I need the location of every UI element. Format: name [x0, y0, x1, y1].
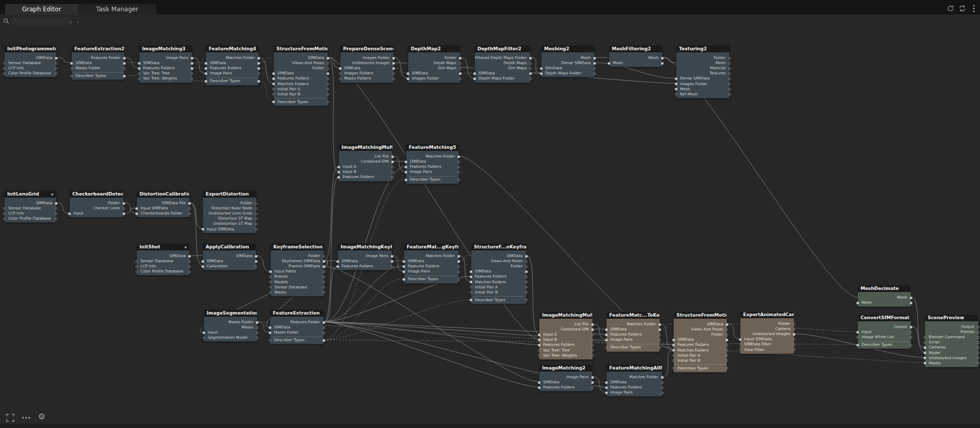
port-input-dot[interactable] — [473, 77, 476, 80]
port-output-dot[interactable] — [123, 62, 126, 65]
port-input-dot[interactable] — [605, 346, 608, 349]
port-input-dot[interactable] — [337, 176, 340, 179]
port-output-dot[interactable] — [327, 88, 329, 90]
port-input-dot[interactable] — [856, 331, 859, 334]
port-output-dot[interactable] — [255, 207, 257, 210]
node-InitPhotogrammetry[interactable]: InitPhotogrammetrySfMDataSensor Database… — [4, 45, 56, 77]
port-output-dot[interactable] — [256, 326, 258, 329]
node-header[interactable]: DepthMap2 — [408, 46, 460, 52]
port-input-dot[interactable] — [336, 265, 339, 268]
port-output-dot[interactable] — [728, 57, 731, 60]
port-input-dot[interactable] — [403, 278, 405, 281]
port-output-dot[interactable] — [726, 349, 728, 352]
port-output-dot[interactable] — [661, 386, 664, 389]
port-input-dot[interactable] — [337, 171, 340, 173]
port-output-dot[interactable] — [256, 337, 258, 339]
port-output-dot[interactable] — [391, 260, 393, 263]
port-output-dot[interactable] — [327, 83, 329, 85]
port-output-dot[interactable] — [525, 276, 528, 278]
node-ImageMatchingMultiSfM[interactable]: ImageMatchingMultiSfMList FileCombined S… — [539, 312, 593, 360]
node-ImageMatching3[interactable]: ImageMatching3Image PairsSfMDataFeatures… — [139, 45, 192, 83]
port-output-dot[interactable] — [977, 357, 979, 359]
port-input-dot[interactable] — [605, 381, 608, 384]
port-input-dot[interactable] — [538, 344, 541, 346]
port-input-dot[interactable] — [135, 270, 138, 273]
port-output-dot[interactable] — [257, 62, 260, 65]
port-output-dot[interactable] — [327, 57, 329, 60]
port-output-dot[interactable] — [728, 72, 731, 75]
port-output-dot[interactable] — [591, 386, 594, 389]
port-output-dot[interactable] — [392, 72, 395, 75]
node-header[interactable]: ImageSegmentation — [204, 310, 257, 317]
port-output-dot[interactable] — [55, 218, 57, 220]
node-header[interactable]: FeatureMat...gKeyframes — [404, 244, 458, 250]
port-input-dot[interactable] — [924, 341, 926, 344]
port-output-dot[interactable] — [977, 362, 979, 364]
port-output-dot[interactable] — [658, 339, 661, 341]
port-output-dot[interactable] — [793, 348, 795, 351]
node-CheckerboardDetection[interactable]: CheckerboardDetectionFolderChecker Lines… — [69, 190, 124, 218]
port-output-dot[interactable] — [591, 339, 594, 341]
port-output-dot[interactable] — [256, 321, 258, 324]
port-input-dot[interactable] — [3, 207, 6, 210]
port-output-dot[interactable] — [457, 155, 460, 158]
port-input-dot[interactable] — [138, 72, 141, 75]
port-input-dot[interactable] — [339, 77, 342, 80]
port-input-dot[interactable] — [70, 75, 73, 77]
port-output-dot[interactable] — [726, 344, 728, 346]
port-output-dot[interactable] — [728, 62, 731, 65]
port-input-dot[interactable] — [269, 270, 272, 273]
port-output-dot[interactable] — [255, 255, 257, 258]
node-header[interactable]: CheckerboardDetection — [70, 191, 124, 198]
fit-view-icon[interactable] — [6, 414, 14, 422]
port-output-dot[interactable] — [910, 297, 912, 299]
port-input-dot[interactable] — [407, 77, 409, 80]
port-output-dot[interactable] — [910, 331, 912, 334]
port-output-dot[interactable] — [661, 376, 664, 379]
port-output-dot[interactable] — [391, 265, 393, 268]
port-output-dot[interactable] — [123, 212, 125, 215]
node-FeatureMat...gKeyframes[interactable]: FeatureMat...gKeyframesMatches FolderSfM… — [404, 243, 459, 284]
port-input-dot[interactable] — [605, 339, 608, 341]
node-ExportAnimatedCamera[interactable]: ExportAnimatedCameraFolderCameraUndistor… — [740, 311, 794, 354]
port-output-dot[interactable] — [323, 281, 325, 283]
port-output-dot[interactable] — [55, 207, 57, 210]
port-output-dot[interactable] — [55, 72, 57, 75]
port-output-dot[interactable] — [55, 62, 57, 65]
port-output-dot[interactable] — [661, 381, 664, 384]
port-input-dot[interactable] — [205, 67, 207, 70]
port-input-dot[interactable] — [605, 334, 608, 336]
port-output-dot[interactable] — [327, 67, 329, 70]
node-header[interactable]: ApplyCalibration — [203, 244, 256, 250]
port-input-dot[interactable] — [675, 77, 677, 80]
port-output-dot[interactable] — [257, 57, 260, 60]
port-output-dot[interactable] — [55, 57, 57, 60]
port-output-dot[interactable] — [910, 326, 912, 328]
port-output-dot[interactable] — [255, 212, 257, 215]
port-output-dot[interactable] — [188, 212, 191, 215]
node-header[interactable]: ImageMatchingMultiSfM — [539, 312, 592, 319]
port-input-dot[interactable] — [70, 67, 73, 70]
port-output-dot[interactable] — [793, 343, 795, 346]
port-input-dot[interactable] — [605, 386, 608, 389]
port-input-dot[interactable] — [405, 166, 407, 168]
port-input-dot[interactable] — [202, 260, 204, 263]
port-output-dot[interactable] — [525, 270, 528, 273]
port-output-dot[interactable] — [591, 376, 594, 379]
port-input-dot[interactable] — [470, 270, 472, 273]
node-header[interactable]: DistortionCalibration — [137, 191, 189, 198]
port-output-dot[interactable] — [55, 212, 57, 215]
port-input-dot[interactable] — [135, 207, 138, 210]
port-output-dot[interactable] — [323, 265, 325, 268]
port-input-dot[interactable] — [272, 77, 275, 80]
node-KeyframeSelection[interactable]: KeyframeSelectionFolderKeyframes SfMData… — [270, 243, 324, 297]
port-output-dot[interactable] — [591, 328, 594, 331]
port-input-dot[interactable] — [470, 276, 472, 278]
port-output-dot[interactable] — [457, 255, 460, 258]
port-output-dot[interactable] — [457, 270, 460, 273]
port-input-dot[interactable] — [70, 62, 73, 65]
port-output-dot[interactable] — [323, 255, 325, 258]
port-output-dot[interactable] — [591, 354, 594, 357]
node-ImageSegmentation[interactable]: ImageSegmentationMasks FolderMasksInputS… — [204, 309, 257, 342]
node-header[interactable]: PrepareDenseScene2 — [341, 46, 393, 52]
